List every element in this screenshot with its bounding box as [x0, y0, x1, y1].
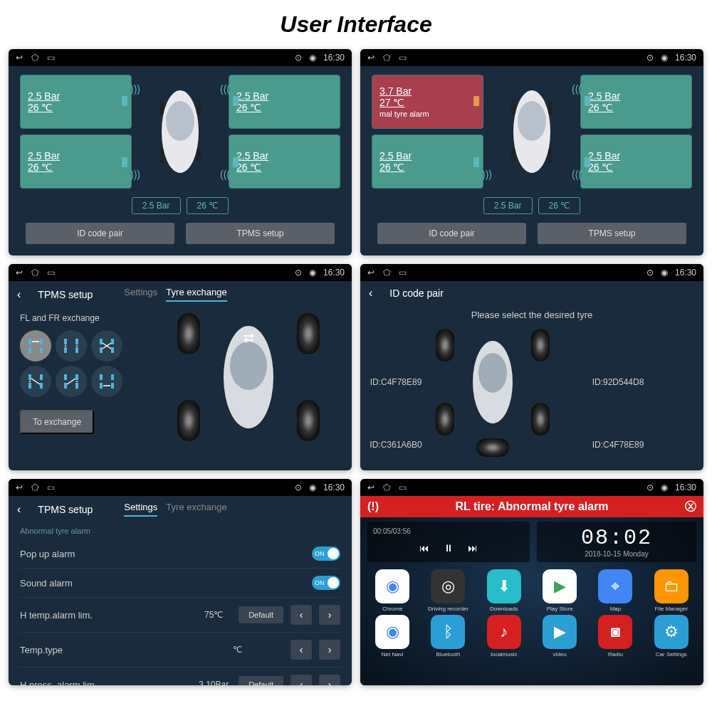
- app-bluetooth[interactable]: ᛒBluetooth: [422, 615, 474, 658]
- wifi-icon: ◉: [661, 53, 668, 63]
- clock-date: 2018-10-15 Monday: [541, 550, 692, 558]
- home-icon[interactable]: ⬠: [383, 268, 390, 278]
- app-driving-recorder[interactable]: ◎Driving recorder: [422, 569, 474, 612]
- wheel-rl[interactable]: [436, 403, 454, 436]
- media-time: 00:05/03:56: [373, 527, 524, 535]
- screen-home-alarm: ↩⬠▭ ⊙◉16:30 (!) RL tire: Abnormal tyre a…: [360, 479, 703, 685]
- pattern-option[interactable]: [91, 330, 122, 362]
- wheel-rl[interactable]: [177, 400, 200, 441]
- pause-icon[interactable]: ⏸: [444, 542, 454, 554]
- tpms-setup-button[interactable]: TPMS setup: [186, 223, 335, 244]
- tab-tyre-exchange[interactable]: Tyre exchange: [166, 287, 226, 302]
- row-sound-alarm: Sound alarm ON: [20, 569, 340, 598]
- to-exchange-button[interactable]: To exchange: [20, 410, 94, 434]
- wheel-rr[interactable]: [297, 400, 320, 441]
- recent-icon[interactable]: ▭: [399, 53, 407, 63]
- pattern-option[interactable]: [20, 366, 51, 397]
- car-graphic: ))) ((( ))) (((: [137, 75, 223, 189]
- next-track-icon[interactable]: ⏭: [468, 542, 478, 554]
- tab-tyre-exchange[interactable]: Tyre exchange: [166, 502, 226, 517]
- prev-track-icon[interactable]: ⏮: [419, 542, 429, 554]
- clock-widget[interactable]: 08:02 2018-10-15 Monday: [537, 522, 696, 562]
- id-fl: ID:C4F78E89: [360, 377, 431, 387]
- svg-point-37: [230, 342, 267, 390]
- home-icon[interactable]: ⬠: [383, 53, 390, 63]
- decrement-button[interactable]: ‹: [290, 605, 312, 625]
- app-chrome[interactable]: ◉Chrome: [366, 569, 419, 612]
- tyre-fr[interactable]: 2.5 Bar 26 ℃: [580, 75, 692, 129]
- decrement-button[interactable]: ‹: [290, 675, 312, 685]
- home-icon[interactable]: ⬠: [31, 268, 38, 278]
- svg-rect-12: [28, 339, 31, 344]
- back-icon[interactable]: ↩: [367, 482, 375, 492]
- tyre-fr[interactable]: 2.5 Bar 26 ℃: [229, 75, 340, 129]
- back-chevron-icon[interactable]: ‹: [369, 287, 372, 300]
- app-map[interactable]: ⌖Map: [589, 569, 642, 612]
- recent-icon[interactable]: ▭: [47, 482, 55, 492]
- pattern-option[interactable]: [91, 366, 122, 397]
- pattern-option[interactable]: [56, 366, 87, 397]
- app-downloads[interactable]: ⬇Downloads: [478, 569, 530, 612]
- tab-settings[interactable]: Settings: [124, 287, 157, 302]
- wheel-fr[interactable]: [297, 313, 320, 354]
- tab-settings[interactable]: Settings: [124, 502, 157, 517]
- wheel-fl[interactable]: [436, 329, 454, 362]
- clock-text: 16:30: [323, 482, 345, 492]
- back-chevron-icon[interactable]: ‹: [17, 503, 21, 516]
- app-car-settings[interactable]: ⚙Car Settings: [645, 615, 698, 658]
- increment-button[interactable]: ›: [319, 605, 340, 625]
- tyre-rl[interactable]: 2.5 Bar 26 ℃: [20, 134, 132, 189]
- tpms-setup-button[interactable]: TPMS setup: [538, 223, 686, 244]
- tyre-fl-alarm[interactable]: 3.7 Bar 27 ℃ mal tyre alarm: [372, 75, 483, 129]
- tyre-rl[interactable]: 2.5 Bar 26 ℃: [372, 134, 483, 189]
- default-button[interactable]: Default: [239, 676, 283, 685]
- home-icon[interactable]: ⬠: [31, 482, 38, 492]
- tyre-rr[interactable]: 2.5 Bar 26 ℃: [229, 134, 340, 189]
- recent-icon[interactable]: ▭: [47, 268, 55, 278]
- tyre-fl[interactable]: 2.5 Bar 26 ℃: [20, 75, 132, 129]
- close-icon[interactable]: ⓧ: [685, 500, 696, 515]
- svg-rect-30: [64, 383, 67, 389]
- media-widget[interactable]: 00:05/03:56 ⏮ ⏸ ⏭: [367, 522, 530, 562]
- increment-button[interactable]: ›: [319, 675, 340, 685]
- back-icon[interactable]: ↩: [16, 268, 23, 278]
- app-radio[interactable]: ◙Radio: [589, 615, 642, 658]
- app-play-store[interactable]: ▶Play Store: [533, 569, 586, 612]
- increment-button[interactable]: ›: [319, 640, 340, 660]
- section-abnormal-alarm: Abnormal tyre alarm: [20, 522, 340, 539]
- back-icon[interactable]: ↩: [367, 268, 375, 278]
- app-video[interactable]: ▶video: [533, 615, 586, 658]
- home-icon[interactable]: ⬠: [383, 482, 390, 492]
- svg-point-39: [478, 353, 507, 393]
- signal-icon: (((: [220, 169, 230, 180]
- decrement-button[interactable]: ‹: [290, 640, 312, 660]
- app-file-manager[interactable]: 🗀File Manager: [645, 569, 698, 612]
- row-h-press: H press. alarm lim. 3.10Bar Default ‹ ›: [20, 668, 340, 685]
- recent-icon[interactable]: ▭: [399, 268, 407, 278]
- wheel-fr[interactable]: [531, 329, 550, 362]
- screen-settings: ↩⬠▭ ⊙◉16:30 ‹ TPMS setup Settings Tyre e…: [9, 479, 352, 685]
- svg-rect-18: [64, 347, 67, 353]
- pattern-option[interactable]: [56, 330, 87, 362]
- popup-alarm-toggle[interactable]: ON: [312, 547, 340, 561]
- id-code-pair-button[interactable]: ID code pair: [377, 223, 526, 244]
- recent-icon[interactable]: ▭: [47, 53, 55, 63]
- screen-tpms-normal: ↩ ⬠ ▭ ⊙ ◉ 16:30 2.5 Bar 26 ℃ ))) ((( )))…: [9, 49, 352, 255]
- back-chevron-icon[interactable]: ‹: [17, 288, 21, 301]
- tyre-rr[interactable]: 2.5 Bar 26 ℃: [580, 134, 692, 189]
- back-icon[interactable]: ↩: [16, 53, 23, 63]
- id-code-pair-button[interactable]: ID code pair: [26, 223, 174, 244]
- back-icon[interactable]: ↩: [367, 53, 375, 63]
- wheel-rr[interactable]: [531, 403, 550, 436]
- recent-icon[interactable]: ▭: [399, 482, 407, 492]
- sound-alarm-toggle[interactable]: ON: [312, 576, 340, 590]
- wheel-fl[interactable]: [177, 313, 200, 354]
- gps-icon: ⊙: [646, 53, 654, 63]
- default-button[interactable]: Default: [239, 606, 283, 623]
- home-icon[interactable]: ⬠: [31, 53, 38, 63]
- app-net-navi[interactable]: ◉Net Navi: [366, 615, 419, 658]
- back-icon[interactable]: ↩: [16, 482, 23, 492]
- pattern-fl-fr[interactable]: [20, 330, 51, 362]
- wheel-spare[interactable]: [476, 438, 509, 457]
- app-localmusic[interactable]: ♪localmusic: [478, 615, 530, 658]
